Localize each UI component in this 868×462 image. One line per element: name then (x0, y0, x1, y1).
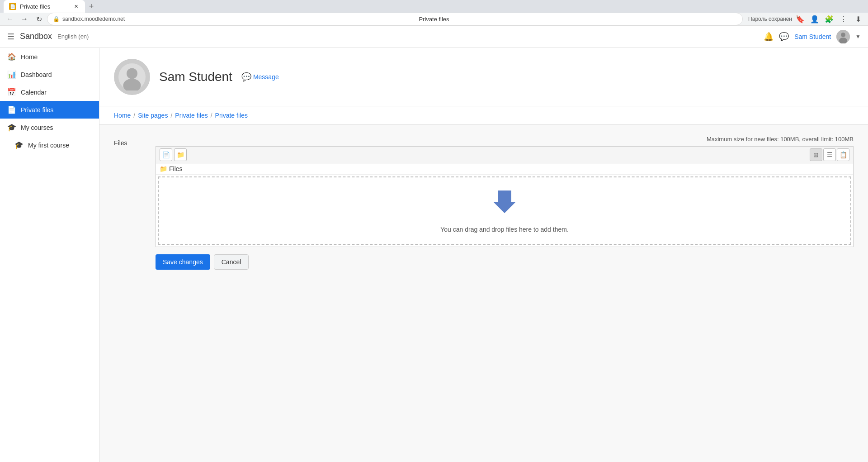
main-content: Sam Student 💬 Message Home / Site pages … (99, 48, 868, 462)
avatar-svg (118, 63, 146, 90)
profile-info: Sam Student 💬 Message (159, 70, 279, 84)
extensions-button[interactable]: 🧩 (823, 13, 835, 25)
new-tab-button[interactable]: + (85, 0, 98, 13)
app-logo[interactable]: Sandbox (20, 32, 52, 41)
sidebar: 🏠 Home 📊 Dashboard 📅 Calendar 📄 Private … (0, 48, 99, 462)
content-area: Files Maximum size for new files: 100MB,… (99, 125, 868, 281)
sidebar-item-label: Dashboard (21, 71, 52, 78)
private-files-icon: 📄 (7, 105, 16, 114)
tab-label: Private files (20, 3, 50, 10)
drop-text: You can drag and drop files here to add … (440, 226, 569, 233)
grid-view-button[interactable]: ⊞ (810, 148, 822, 161)
browser-right-icons: Пароль сохранён 🔖 👤 🧩 ⋮ ⬇ (748, 13, 864, 25)
files-label: Files (114, 136, 141, 270)
action-buttons: Save changes Cancel (156, 254, 854, 270)
chat-icon[interactable]: 💬 (779, 32, 789, 42)
avatar-image (836, 30, 850, 43)
notification-bell-icon[interactable]: 🔔 (764, 32, 774, 42)
forward-button[interactable]: → (18, 13, 31, 25)
file-toolbar-right: ⊞ ☰ 📋 (810, 148, 849, 161)
breadcrumb-private-files-2[interactable]: Private files (215, 112, 248, 119)
file-tree: 📁 Files (156, 163, 853, 175)
drop-zone[interactable]: You can drag and drop files here to add … (158, 176, 851, 245)
svg-point-1 (841, 33, 845, 37)
active-tab[interactable]: 📄 Private files ✕ (4, 0, 85, 13)
svg-marker-6 (493, 191, 516, 213)
breadcrumb-sep-3: / (211, 112, 212, 119)
breadcrumb: Home / Site pages / Private files / Priv… (99, 106, 868, 125)
sidebar-item-private-files[interactable]: 📄 Private files (0, 101, 99, 119)
browser-toolbar: ← → ↻ 🔒 sandbox.moodledemo.net Private f… (0, 13, 868, 26)
breadcrumb-home[interactable]: Home (114, 112, 131, 119)
app-body: 🏠 Home 📊 Dashboard 📅 Calendar 📄 Private … (0, 48, 868, 462)
files-section: Files Maximum size for new files: 100MB,… (114, 136, 854, 270)
save-changes-button[interactable]: Save changes (156, 254, 210, 270)
sidebar-item-label: Calendar (21, 89, 47, 96)
calendar-icon: 📅 (7, 88, 16, 96)
sidebar-item-label: My first course (28, 142, 69, 149)
list-view-button[interactable]: ☰ (823, 148, 836, 161)
user-avatar[interactable] (836, 30, 850, 43)
cancel-button[interactable]: Cancel (214, 254, 249, 270)
add-file-button[interactable]: 📄 (160, 148, 172, 161)
url-text: sandbox.moodledemo.net (62, 16, 125, 22)
breadcrumb-site-pages[interactable]: Site pages (138, 112, 168, 119)
file-toolbar-left: 📄 📁 (160, 148, 187, 161)
sidebar-item-calendar[interactable]: 📅 Calendar (0, 83, 99, 101)
file-browser: 📁 Files You can drag and drop files here… (156, 163, 854, 247)
profile-header: Sam Student 💬 Message (99, 48, 868, 106)
file-toolbar: 📄 📁 ⊞ ☰ 📋 (156, 146, 854, 163)
lock-icon: 🔒 (53, 16, 60, 22)
hamburger-icon[interactable]: ☰ (7, 32, 14, 42)
tab-close-button[interactable]: ✕ (72, 3, 80, 10)
sidebar-item-label: Private files (21, 106, 53, 114)
sidebar-item-my-courses[interactable]: 🎓 My courses (0, 119, 99, 136)
profile-avatar (114, 59, 150, 95)
refresh-button[interactable]: ↻ (33, 13, 45, 25)
app-header: ☰ Sandbox English (en) 🔔 💬 Sam Student ▼ (0, 25, 868, 48)
breadcrumb-private-files-1[interactable]: Private files (175, 112, 208, 119)
profile-button[interactable]: 👤 (808, 13, 821, 25)
breadcrumb-sep-1: / (133, 112, 135, 119)
tab-favicon: 📄 (9, 3, 16, 10)
page-title-center: Private files (419, 16, 449, 23)
tree-view-button[interactable]: 📋 (837, 148, 849, 161)
breadcrumb-sep-2: / (170, 112, 172, 119)
files-manager: Maximum size for new files: 100MB, overa… (156, 136, 854, 270)
message-label: Message (253, 73, 279, 81)
download-button[interactable]: ⬇ (852, 13, 864, 25)
svg-point-4 (127, 68, 137, 79)
dropdown-arrow-icon[interactable]: ▼ (855, 33, 861, 40)
files-max-size-info: Maximum size for new files: 100MB, overa… (156, 136, 854, 143)
my-first-course-icon: 🎓 (14, 141, 24, 149)
sidebar-item-label: Home (21, 53, 38, 61)
home-icon: 🏠 (7, 52, 16, 61)
folder-icon: 📁 (160, 165, 167, 172)
menu-button[interactable]: ⋮ (837, 13, 850, 25)
header-right: 🔔 💬 Sam Student ▼ (764, 30, 861, 43)
drop-arrow-icon (491, 188, 518, 220)
add-folder-button[interactable]: 📁 (174, 148, 187, 161)
profile-name: Sam Student (159, 70, 232, 84)
message-link[interactable]: 💬 Message (241, 72, 279, 82)
message-bubble-icon: 💬 (241, 72, 251, 82)
drop-arrow-svg (491, 188, 518, 215)
bookmark-button[interactable]: 🔖 (794, 13, 807, 25)
sidebar-item-my-first-course[interactable]: 🎓 My first course (0, 136, 99, 154)
user-name-link[interactable]: Sam Student (794, 33, 831, 40)
folder-name[interactable]: Files (169, 165, 183, 172)
browser-tabs: 📄 Private files ✕ + (0, 0, 868, 13)
my-courses-icon: 🎓 (7, 123, 16, 132)
dashboard-icon: 📊 (7, 70, 16, 79)
language-selector[interactable]: English (en) (57, 33, 89, 40)
browser-chrome: 📄 Private files ✕ + ← → ↻ 🔒 sandbox.mood… (0, 0, 868, 25)
back-button[interactable]: ← (4, 13, 16, 25)
sidebar-item-home[interactable]: 🏠 Home (0, 48, 99, 66)
sidebar-item-dashboard[interactable]: 📊 Dashboard (0, 66, 99, 83)
sidebar-item-label: My courses (21, 124, 53, 131)
address-bar[interactable]: 🔒 sandbox.moodledemo.net (47, 13, 743, 25)
password-saved-text: Пароль сохранён (748, 16, 792, 22)
